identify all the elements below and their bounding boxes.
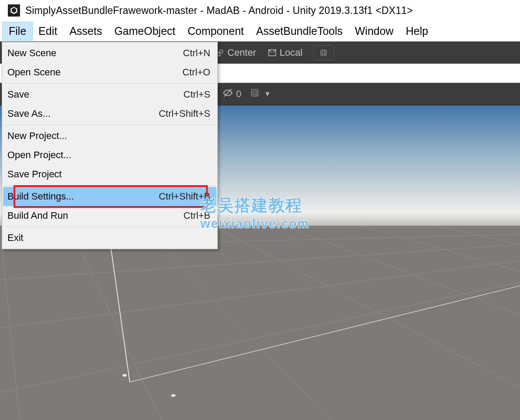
menu-item-shortcut: Ctrl+Shift+B	[159, 191, 210, 202]
menu-window[interactable]: Window	[349, 22, 400, 40]
svg-line-8	[0, 228, 20, 420]
file-menu-dropdown: New SceneCtrl+NOpen SceneCtrl+OSaveCtrl+…	[2, 42, 218, 249]
menu-item-shortcut: Ctrl+O	[182, 67, 210, 78]
scene-ground	[0, 226, 520, 420]
file-menu-item-open-project[interactable]: Open Project...	[3, 146, 216, 165]
svg-line-7	[0, 282, 520, 393]
menu-assets[interactable]: Assets	[63, 22, 108, 40]
file-menu-item-build-settings[interactable]: Build Settings...Ctrl+Shift+B	[3, 187, 216, 206]
menu-separator	[4, 227, 216, 227]
grid-dropdown-arrow-icon[interactable]: ▼	[264, 90, 271, 98]
menu-item-label: Open Project...	[7, 149, 210, 161]
file-menu-item-save-project[interactable]: Save Project	[3, 165, 216, 184]
menu-item-shortcut: Ctrl+Shift+S	[159, 108, 210, 119]
local-rotation-icon	[267, 47, 278, 58]
menu-file[interactable]: File	[3, 22, 32, 40]
svg-line-11	[213, 226, 520, 387]
menu-component[interactable]: Component	[182, 22, 250, 40]
menu-item-label: Build And Run	[7, 210, 183, 221]
menu-separator	[4, 83, 216, 84]
menu-item-label: Exit	[7, 232, 210, 244]
tool-handle-rotation-button[interactable]: Local	[267, 47, 303, 58]
svg-line-13	[361, 226, 520, 271]
menu-assetbundletools[interactable]: AssetBundleTools	[250, 22, 349, 40]
window-title: SimplyAssetBundleFrawework-master - MadA…	[25, 5, 413, 17]
file-menu-item-save[interactable]: SaveCtrl+S	[3, 85, 216, 104]
menu-item-shortcut: Ctrl+N	[183, 47, 210, 59]
tool-pivot-label: Center	[227, 47, 256, 58]
svg-line-9	[70, 227, 161, 420]
file-menu-item-build-and-run[interactable]: Build And RunCtrl+B	[3, 206, 216, 225]
tool-handle-pivot-button[interactable]: Center	[214, 47, 256, 58]
file-menu-item-exit[interactable]: Exit	[3, 228, 216, 247]
menu-item-shortcut: Ctrl+S	[183, 89, 210, 100]
menu-gameobject[interactable]: GameObject	[108, 22, 181, 40]
menu-help[interactable]: Help	[400, 22, 434, 40]
menu-item-shortcut: Ctrl+B	[183, 210, 210, 221]
menu-item-label: New Scene	[7, 47, 183, 59]
tool-rotation-label: Local	[280, 47, 303, 58]
grid-icon[interactable]	[249, 87, 260, 101]
grid-snap-button[interactable]	[313, 45, 334, 60]
file-menu-item-save-as[interactable]: Save As...Ctrl+Shift+S	[3, 104, 216, 123]
unity-logo-icon	[8, 4, 20, 17]
menu-item-label: Save As...	[7, 108, 159, 119]
file-menu-item-open-scene[interactable]: Open SceneCtrl+O	[3, 63, 216, 82]
menu-item-label: Build Settings...	[7, 191, 159, 202]
menu-bar: FileEditAssetsGameObjectComponentAssetBu…	[0, 21, 520, 42]
svg-point-16	[171, 394, 176, 397]
file-menu-item-new-project[interactable]: New Project...	[3, 126, 216, 146]
svg-line-5	[0, 244, 520, 279]
menu-item-label: New Project...	[7, 130, 210, 142]
hidden-count-label: 0	[236, 88, 241, 100]
menu-item-label: Open Scene	[7, 67, 182, 78]
svg-line-10	[144, 227, 331, 420]
file-menu-item-new-scene[interactable]: New SceneCtrl+N	[3, 44, 216, 63]
svg-line-6	[0, 261, 520, 328]
menu-separator	[4, 185, 216, 186]
menu-item-label: Save Project	[7, 169, 210, 180]
title-bar: SimplyAssetBundleFrawework-master - MadA…	[0, 0, 520, 21]
menu-separator	[4, 125, 216, 125]
svg-line-12	[283, 226, 520, 315]
menu-edit[interactable]: Edit	[32, 22, 63, 40]
svg-point-15	[122, 374, 127, 376]
visibility-off-icon[interactable]	[222, 87, 235, 101]
menu-item-label: Save	[7, 89, 183, 100]
svg-line-14	[436, 226, 520, 244]
